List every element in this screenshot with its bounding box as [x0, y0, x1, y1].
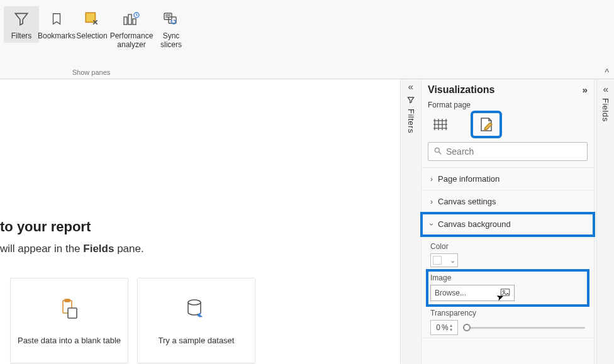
visualizations-panel: Visualizations » Format page: [421, 79, 594, 364]
sample-dataset-label: Try a sample dataset: [159, 336, 235, 345]
svg-point-10: [188, 300, 201, 305]
ribbon: Filters Bookmarks Selection Performance …: [0, 0, 614, 79]
database-icon: [184, 297, 209, 322]
search-input[interactable]: Search: [428, 142, 588, 161]
svg-rect-3: [133, 19, 136, 25]
filters-tab-label: Filters: [406, 109, 416, 133]
image-field: Image Browse... ➤: [430, 273, 585, 302]
svg-rect-9: [68, 308, 77, 318]
ribbon-sync-label: Sync slicers: [160, 31, 182, 49]
svg-rect-5: [164, 13, 172, 19]
chevron-right-icon: ›: [430, 197, 433, 206]
chevron-down-icon: ›: [427, 223, 436, 226]
ribbon-filters-label: Filters: [11, 31, 32, 40]
canvas-background-body: Color ⌄ Image Browse...: [421, 236, 594, 338]
svg-rect-8: [65, 299, 70, 302]
report-heading: to your report: [0, 219, 91, 235]
ribbon-bookmarks-label: Bookmarks: [38, 31, 75, 40]
card-row: Paste data into a blank table Try a samp…: [10, 278, 255, 363]
transparency-slider[interactable]: [463, 327, 585, 329]
ribbon-group-label: Show panes: [0, 69, 182, 76]
report-subline-suffix: pane.: [114, 243, 143, 255]
ribbon-selection-button[interactable]: Selection: [74, 6, 109, 43]
slider-thumb[interactable]: [463, 324, 471, 331]
canvas-settings-label: Canvas settings: [438, 197, 496, 206]
right-panels: « Filters Visualizations » Format page: [400, 79, 614, 364]
visualizations-title: Visualizations: [428, 84, 494, 96]
search-placeholder: Search: [446, 146, 474, 157]
svg-rect-2: [128, 14, 131, 25]
transparency-field: Transparency 0 % ▴▾: [430, 309, 585, 335]
svg-point-18: [435, 148, 439, 152]
image-label: Image: [430, 273, 585, 282]
svg-point-21: [503, 290, 505, 292]
report-subline: will appear in the Fields pane.: [0, 243, 144, 255]
stepper-icon[interactable]: ▴▾: [450, 323, 452, 332]
transparency-label: Transparency: [430, 309, 585, 317]
color-field: Color ⌄: [430, 242, 585, 267]
sample-dataset-card[interactable]: Try a sample dataset: [137, 278, 255, 363]
format-accordion: › Page information › Canvas settings › C…: [421, 167, 594, 338]
workspace: to your report will appear in the Fields…: [0, 79, 614, 364]
paste-data-label: Paste data into a blank table: [18, 336, 121, 345]
svg-rect-1: [124, 17, 127, 25]
format-page-label: Format page: [421, 101, 594, 113]
page-information-label: Page information: [438, 174, 500, 184]
svg-line-19: [439, 152, 442, 154]
expand-right-icon[interactable]: »: [583, 85, 588, 95]
ribbon-bookmarks-button[interactable]: Bookmarks: [39, 6, 74, 43]
clipboard-icon: [57, 297, 82, 322]
browse-label: Browse...: [435, 289, 466, 297]
report-canvas: to your report will appear in the Fields…: [0, 79, 400, 364]
report-subline-bold: Fields: [83, 243, 114, 255]
filters-collapsed-tab[interactable]: « Filters: [403, 82, 418, 133]
performance-icon: [121, 9, 142, 29]
sync-slicers-icon: [161, 9, 181, 29]
canvas-settings-section[interactable]: › Canvas settings: [421, 190, 594, 213]
color-label: Color: [430, 242, 585, 251]
ribbon-collapse-button[interactable]: ^: [605, 67, 609, 77]
bookmark-icon: [47, 9, 67, 29]
fields-tab-label: Fields: [601, 98, 610, 122]
canvas-background-section[interactable]: › Canvas background: [421, 213, 594, 236]
image-browse-button[interactable]: Browse... ➤: [430, 285, 515, 301]
build-visual-button[interactable]: [428, 113, 454, 136]
transparency-row: 0 % ▴▾: [430, 320, 585, 335]
color-picker[interactable]: ⌄: [430, 253, 458, 267]
paste-data-card[interactable]: Paste data into a blank table: [10, 278, 128, 363]
filter-pane-icon: [406, 96, 415, 106]
transparency-value: 0: [436, 323, 440, 332]
ribbon-performance-button[interactable]: Performance analyzer: [109, 6, 154, 52]
chevron-down-icon: ⌄: [450, 256, 455, 265]
report-subline-prefix: will appear in the: [0, 243, 83, 255]
canvas-background-label: Canvas background: [438, 219, 511, 229]
ribbon-selection-label: Selection: [76, 31, 107, 40]
search-icon: [433, 146, 442, 157]
selection-icon: [82, 9, 102, 29]
transparency-input[interactable]: 0 % ▴▾: [430, 320, 458, 335]
collapse-left-icon: «: [408, 82, 414, 92]
format-page-button[interactable]: [473, 113, 500, 136]
visualizations-header: Visualizations »: [421, 79, 594, 101]
color-swatch-box: [433, 256, 442, 265]
page-information-section[interactable]: › Page information: [421, 168, 594, 190]
funnel-icon: [11, 9, 31, 29]
chevron-right-icon: ›: [430, 175, 433, 184]
transparency-unit: %: [442, 323, 449, 332]
ribbon-sync-button[interactable]: Sync slicers: [154, 6, 189, 52]
mode-row: [421, 113, 594, 142]
fields-collapsed-tab[interactable]: « Fields: [596, 79, 614, 364]
ribbon-performance-label: Performance analyzer: [110, 31, 154, 49]
collapse-left-icon: «: [603, 84, 608, 94]
ribbon-filters-button[interactable]: Filters: [4, 6, 39, 43]
